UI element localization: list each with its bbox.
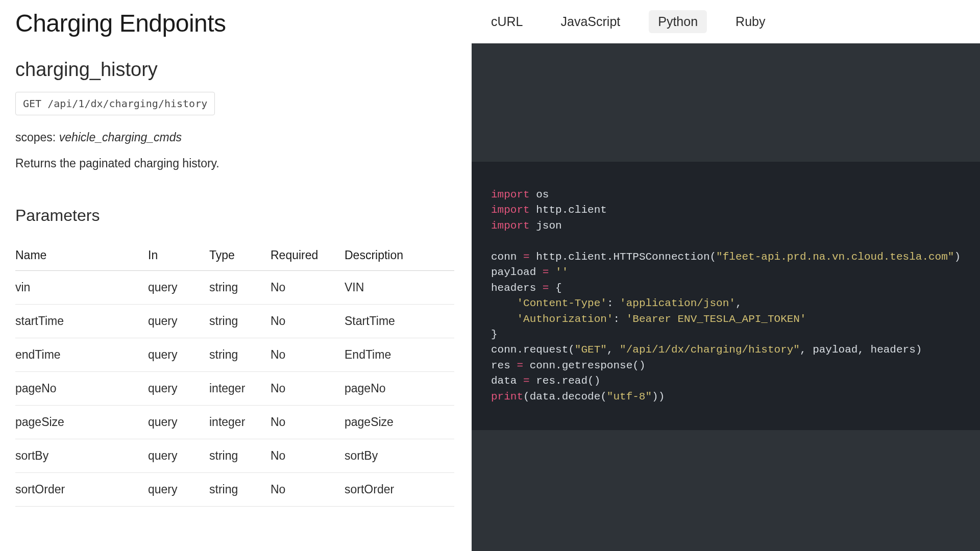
table-cell: pageSize <box>15 406 148 439</box>
table-cell: No <box>271 372 345 406</box>
tab-python[interactable]: Python <box>649 10 707 33</box>
table-row: sortByquerystringNosortBy <box>15 439 454 473</box>
table-header: Required <box>271 240 345 271</box>
parameters-table: NameInTypeRequiredDescription vinqueryst… <box>15 240 454 507</box>
table-row: pageSizequeryintegerNopageSize <box>15 406 454 439</box>
table-cell: integer <box>209 372 271 406</box>
table-cell: No <box>271 406 345 439</box>
code-sample: import os import http.client import json… <box>472 162 980 430</box>
table-cell: sortBy <box>345 439 454 473</box>
scopes-value: vehicle_charging_cmds <box>59 131 182 144</box>
endpoint-scopes: scopes: vehicle_charging_cmds <box>15 131 456 144</box>
code-right-pane: cURLJavaScriptPythonRuby import os impor… <box>472 0 980 551</box>
table-cell: query <box>148 439 209 473</box>
doc-left-pane: Charging Endpoints charging_history GET … <box>0 0 472 551</box>
table-header: Description <box>345 240 454 271</box>
table-cell: No <box>271 338 345 372</box>
scopes-label: scopes: <box>15 131 56 144</box>
endpoint-name: charging_history <box>15 59 456 81</box>
table-cell: sortOrder <box>345 473 454 507</box>
table-header: In <box>148 240 209 271</box>
table-cell: EndTime <box>345 338 454 372</box>
table-cell: StartTime <box>345 305 454 338</box>
page-title: Charging Endpoints <box>15 9 456 37</box>
table-cell: query <box>148 473 209 507</box>
table-cell: string <box>209 305 271 338</box>
tab-javascript[interactable]: JavaScript <box>552 10 630 33</box>
tab-curl[interactable]: cURL <box>482 10 532 33</box>
table-cell: sortOrder <box>15 473 148 507</box>
table-cell: query <box>148 406 209 439</box>
table-cell: No <box>271 271 345 305</box>
table-cell: pageSize <box>345 406 454 439</box>
table-cell: vin <box>15 271 148 305</box>
table-row: endTimequerystringNoEndTime <box>15 338 454 372</box>
table-cell: query <box>148 338 209 372</box>
table-cell: string <box>209 338 271 372</box>
table-cell: string <box>209 473 271 507</box>
table-cell: string <box>209 439 271 473</box>
table-cell: sortBy <box>15 439 148 473</box>
table-cell: No <box>271 439 345 473</box>
endpoint-path: GET /api/1/dx/charging/history <box>15 92 215 115</box>
table-cell: endTime <box>15 338 148 372</box>
table-header: Type <box>209 240 271 271</box>
table-cell: integer <box>209 406 271 439</box>
table-cell: pageNo <box>15 372 148 406</box>
code-spacer <box>472 43 980 162</box>
table-row: vinquerystringNoVIN <box>15 271 454 305</box>
table-header: Name <box>15 240 148 271</box>
table-cell: pageNo <box>345 372 454 406</box>
table-row: pageNoqueryintegerNopageNo <box>15 372 454 406</box>
table-cell: query <box>148 305 209 338</box>
table-cell: No <box>271 305 345 338</box>
table-header-row: NameInTypeRequiredDescription <box>15 240 454 271</box>
table-row: startTimequerystringNoStartTime <box>15 305 454 338</box>
table-cell: string <box>209 271 271 305</box>
table-cell: VIN <box>345 271 454 305</box>
table-cell: query <box>148 372 209 406</box>
table-cell: query <box>148 271 209 305</box>
parameters-title: Parameters <box>15 206 456 225</box>
endpoint-description: Returns the paginated charging history. <box>15 157 456 170</box>
table-row: sortOrderquerystringNosortOrder <box>15 473 454 507</box>
tab-ruby[interactable]: Ruby <box>726 10 774 33</box>
table-cell: No <box>271 473 345 507</box>
table-cell: startTime <box>15 305 148 338</box>
language-tab-bar: cURLJavaScriptPythonRuby <box>472 0 980 43</box>
